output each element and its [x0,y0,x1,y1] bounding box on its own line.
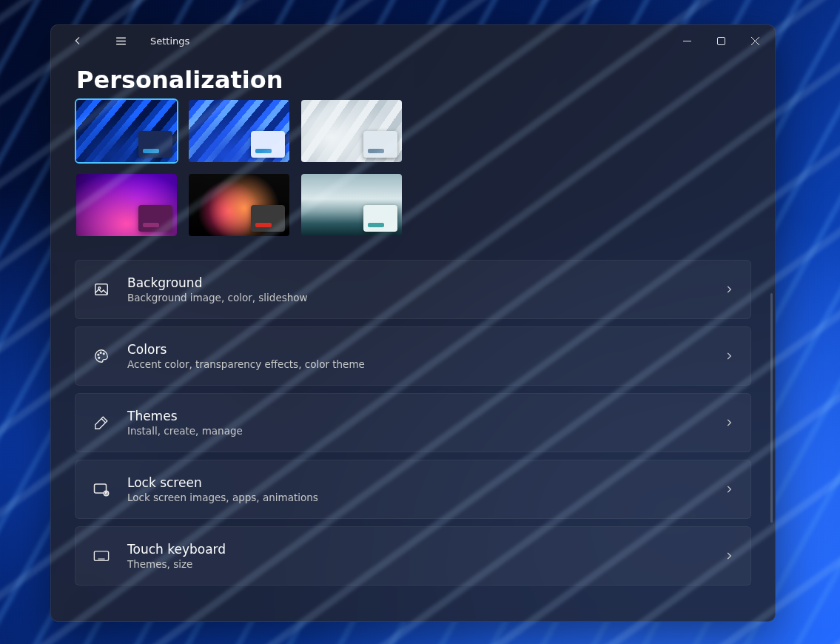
image-icon [92,281,111,298]
theme-thumb-2[interactable] [187,98,291,164]
chevron-right-icon [724,551,734,561]
svg-point-3 [98,354,99,355]
row-title: Colors [127,342,708,357]
close-button[interactable] [738,29,772,53]
svg-point-5 [103,353,104,355]
svg-rect-1 [95,284,108,295]
svg-rect-9 [105,493,107,494]
chevron-right-icon [724,417,734,428]
row-title: Themes [127,409,708,423]
scrollbar[interactable] [770,293,773,523]
row-lock-screen[interactable]: Lock screen Lock screen images, apps, an… [75,460,751,519]
lock-screen-icon [92,480,111,498]
row-subtitle: Install, create, manage [127,425,708,437]
brush-icon [92,415,111,431]
chevron-right-icon [724,351,734,361]
content-area: Personalization Background Background im… [51,56,775,621]
row-subtitle: Lock screen images, apps, animations [127,492,708,503]
back-button[interactable] [64,27,91,54]
chevron-right-icon [724,484,734,494]
theme-thumb-4[interactable] [75,172,178,238]
row-colors[interactable]: Colors Accent color, transparency effect… [75,326,751,386]
nav-menu-button[interactable] [107,27,134,54]
svg-point-2 [98,287,101,289]
row-title: Touch keyboard [127,542,708,557]
row-themes[interactable]: Themes Install, create, manage [75,393,751,452]
titlebar: Settings [51,25,775,56]
minimize-button[interactable] [670,29,704,53]
keyboard-icon [92,549,111,563]
svg-rect-10 [94,551,108,561]
row-subtitle: Themes, size [127,558,708,570]
row-touch-keyboard[interactable]: Touch keyboard Themes, size [75,526,751,586]
desktop-wallpaper: Settings Personalization [0,0,840,644]
row-title: Background [127,275,708,290]
svg-point-8 [104,491,108,495]
row-subtitle: Accent color, transparency effects, colo… [127,358,708,370]
theme-thumb-1[interactable] [75,98,178,164]
theme-thumb-5[interactable] [187,172,291,238]
page-title: Personalization [76,66,751,94]
row-title: Lock screen [127,475,708,490]
settings-window: Settings Personalization [50,24,776,622]
window-controls [670,29,772,53]
row-subtitle: Background image, color, slideshow [127,292,708,303]
svg-point-4 [100,352,101,354]
svg-point-6 [98,357,100,358]
chevron-right-icon [724,284,734,295]
theme-thumb-3[interactable] [300,98,403,164]
app-title: Settings [150,36,189,47]
svg-rect-0 [717,37,725,44]
maximize-button[interactable] [704,29,738,53]
palette-icon [92,348,111,364]
theme-thumb-6[interactable] [300,172,403,238]
row-background[interactable]: Background Background image, color, slid… [75,260,751,319]
theme-grid [75,98,445,238]
settings-list: Background Background image, color, slid… [75,260,751,586]
svg-rect-7 [95,484,107,493]
